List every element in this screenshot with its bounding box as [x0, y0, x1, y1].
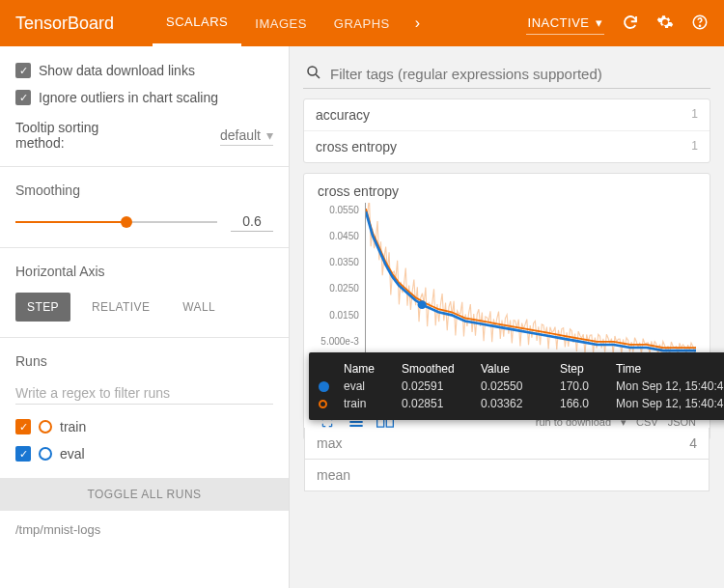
run-color-icon [39, 420, 52, 434]
group-mean[interactable]: mean [304, 460, 710, 491]
tt-step: 166.0 [560, 397, 608, 410]
tt-value: 0.03362 [481, 397, 552, 410]
run-train[interactable]: ✓ train [15, 416, 273, 437]
ytick: 0.0450 [318, 231, 359, 241]
tt-col: Smoothed [402, 362, 473, 376]
run-name: train [60, 419, 86, 434]
tab-scalars[interactable]: SCALARS [153, 0, 241, 46]
tab-images[interactable]: IMAGES [241, 0, 320, 46]
show-download-label: Show data download links [39, 63, 195, 78]
tt-col: Name [344, 362, 394, 376]
tt-value: 0.02550 [481, 379, 552, 393]
series-dot-icon [319, 400, 327, 408]
group-cross-entropy[interactable]: cross entropy 1 [304, 131, 710, 162]
tab-graphs[interactable]: GRAPHS [320, 0, 404, 46]
checkbox-icon[interactable]: ✓ [15, 63, 31, 78]
checkbox-icon[interactable]: ✓ [15, 419, 31, 434]
tt-row-eval: eval 0.02591 0.02550 170.0 Mon Sep 12, 1… [319, 378, 724, 395]
toggle-all-runs-button[interactable]: TOGGLE ALL RUNS [0, 478, 289, 511]
checkbox-icon[interactable]: ✓ [15, 90, 31, 105]
tag-search-input[interactable] [330, 66, 709, 82]
main-panel: accuracy 1 cross entropy 1 cross entropy… [290, 46, 724, 588]
scalar-groups: accuracy 1 cross entropy 1 [303, 98, 710, 163]
group-name: max [317, 435, 342, 451]
ytick: 0.0250 [318, 283, 359, 294]
slider-thumb[interactable] [121, 216, 132, 228]
group-accuracy[interactable]: accuracy 1 [304, 99, 710, 131]
tt-row-train: train 0.02851 0.03362 166.0 Mon Sep 12, … [319, 395, 724, 412]
run-color-icon [39, 447, 52, 461]
ytick: 0.0550 [318, 205, 359, 215]
svg-point-1 [699, 25, 700, 26]
svg-point-0 [693, 15, 707, 29]
checkbox-icon[interactable]: ✓ [15, 446, 31, 462]
reload-icon[interactable] [622, 14, 639, 34]
ignore-outliers-label: Ignore outliers in chart scaling [39, 90, 218, 105]
group-name: mean [317, 467, 350, 483]
tooltip-sort-select[interactable]: default ▾ [220, 126, 273, 146]
ytick: 0.0350 [318, 257, 359, 267]
show-download-row[interactable]: ✓ Show data download links [15, 60, 273, 81]
inactive-label: INACTIVE [528, 15, 590, 30]
tabs: SCALARS IMAGES GRAPHS [153, 0, 404, 46]
tt-time: Mon Sep 12, 15:40:40 [616, 397, 724, 410]
haxis-label: Horizontal Axis [15, 264, 273, 279]
ignore-outliers-row[interactable]: ✓ Ignore outliers in chart scaling [15, 87, 273, 108]
axis-step-button[interactable]: STEP [15, 293, 70, 322]
caret-down-icon: ▾ [266, 127, 273, 143]
runs-label: Runs [15, 353, 273, 369]
smoothing-value[interactable]: 0.6 [231, 211, 273, 232]
sidebar: ✓ Show data download links ✓ Ignore outl… [0, 46, 290, 588]
chart-tooltip: Name Smoothed Value Step Time Relative e… [309, 352, 724, 420]
search-icon [305, 64, 322, 84]
tt-smoothed: 0.02851 [402, 397, 473, 410]
run-eval[interactable]: ✓ eval [15, 443, 273, 464]
tabs-more-icon[interactable]: › [404, 14, 432, 32]
settings-icon[interactable] [656, 14, 674, 34]
group-count: 4 [689, 435, 697, 451]
tag-search[interactable] [303, 60, 710, 89]
svg-point-3 [417, 300, 426, 309]
logdir-path: /tmp/mnist-logs [15, 522, 273, 537]
tt-col: Step [560, 362, 608, 376]
inactive-select[interactable]: INACTIVE ▾ [526, 12, 604, 35]
series-dot-icon [319, 381, 329, 392]
collapsed-groups: max 4 mean [304, 428, 710, 491]
group-name: accuracy [316, 107, 370, 123]
tt-smoothed: 0.02591 [402, 379, 473, 393]
tt-step: 170.0 [560, 379, 608, 393]
tt-time: Mon Sep 12, 15:40:41 [616, 379, 724, 393]
group-count: 1 [691, 139, 698, 154]
app-header: TensorBoard SCALARS IMAGES GRAPHS › INAC… [0, 0, 724, 46]
svg-point-2 [308, 67, 317, 75]
ytick: 5.000e-3 [318, 336, 359, 347]
axis-wall-button[interactable]: WALL [171, 293, 227, 322]
ytick: 0.0150 [318, 310, 359, 321]
tt-name: train [344, 397, 394, 410]
group-count: 1 [691, 107, 698, 123]
group-name: cross entropy [316, 139, 397, 154]
tooltip-sort-label: Tooltip sorting method: [15, 120, 131, 151]
tt-col: Value [481, 362, 552, 376]
tooltip-sort-value: default [220, 127, 261, 143]
help-icon[interactable] [691, 14, 709, 34]
run-name: eval [60, 446, 85, 462]
group-max[interactable]: max 4 [304, 428, 710, 460]
tt-col: Time [616, 362, 724, 376]
axis-relative-button[interactable]: RELATIVE [80, 293, 161, 322]
smoothing-label: Smoothing [15, 182, 273, 198]
runs-regex-input[interactable]: Write a regex to filter runs [15, 382, 273, 405]
smoothing-slider[interactable] [15, 212, 217, 232]
tt-name: eval [344, 379, 394, 393]
brand: TensorBoard [15, 14, 114, 34]
chart-card: cross entropy 0.0550 0.0450 0.0350 0.025… [303, 173, 710, 440]
chart-title: cross entropy [318, 183, 696, 199]
caret-down-icon: ▾ [596, 15, 603, 30]
